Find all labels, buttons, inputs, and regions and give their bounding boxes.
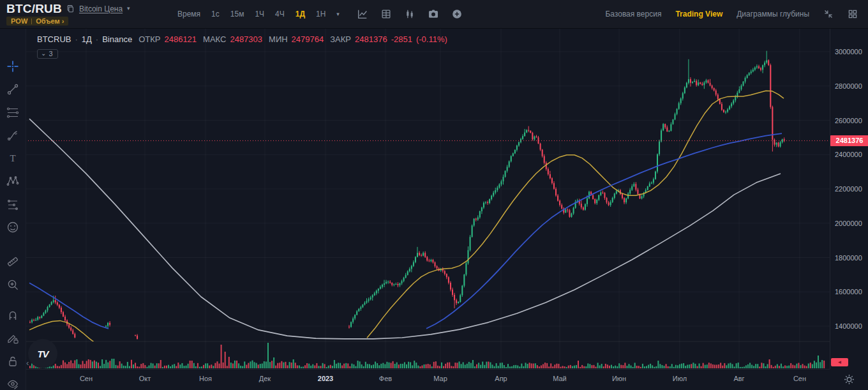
- legend-symbol: BTCRUB: [37, 34, 71, 44]
- legend-exchange: Binance: [102, 34, 132, 44]
- ma-grey: [29, 119, 781, 339]
- copy-icon[interactable]: [66, 4, 75, 13]
- interval-toolbar: Время 1с 15м 1Ч 4Ч 1Д 1Н ▾: [177, 8, 463, 20]
- axis-corner: [830, 369, 868, 390]
- position-lines-icon[interactable]: [6, 198, 19, 211]
- layout-grid-icon[interactable]: [848, 9, 858, 19]
- indicators-icon[interactable]: [357, 8, 368, 20]
- view-tradingview[interactable]: Trading View: [675, 10, 722, 19]
- legend-collapse-button[interactable]: ⌄ 3: [37, 49, 58, 59]
- legend-open-label: ОТКР: [138, 34, 160, 44]
- ma-blue: [29, 283, 108, 329]
- legend-high-label: МАКС: [203, 34, 226, 44]
- ma-yellow: [367, 91, 784, 338]
- lock-icon[interactable]: [6, 355, 19, 368]
- page-title: BTC/RUB: [6, 3, 62, 15]
- grid-view-icon[interactable]: [380, 8, 392, 20]
- coin-info-link[interactable]: Bitcoin Цена: [79, 5, 123, 13]
- time-tick-label: Сен: [80, 375, 93, 382]
- candles-layer: [29, 51, 785, 340]
- time-tick-label: Апр: [495, 375, 507, 382]
- legend-high-value: 2487303: [230, 34, 262, 44]
- time-tick-label: Июн: [612, 375, 626, 382]
- hide-drawings-icon[interactable]: [6, 378, 19, 390]
- trend-line-icon[interactable]: [6, 83, 19, 96]
- chart-legend: BTCRUB · 1Д · Binance ОТКР 2486121 МАКС …: [37, 34, 447, 44]
- symbol-block: BTC/RUB Bitcoin Цена ▾ POW Объем ›: [0, 0, 166, 28]
- candle-style-icon[interactable]: [404, 8, 415, 20]
- legend-low-label: МИН: [269, 34, 288, 44]
- view-basic-version[interactable]: Базовая версия: [605, 10, 661, 19]
- chart-settings-icon[interactable]: [843, 373, 855, 386]
- time-tick-label: Май: [553, 375, 567, 382]
- badge-divider: [31, 19, 32, 24]
- legend-low-value: 2479764: [292, 34, 324, 44]
- legend-interval: 1Д: [82, 34, 92, 44]
- interval-1s[interactable]: 1с: [211, 10, 220, 19]
- top-bar: BTC/RUB Bitcoin Цена ▾ POW Объем › Время…: [0, 0, 868, 29]
- time-tick-label: Ноя: [199, 375, 212, 382]
- interval-1w[interactable]: 1Н: [316, 10, 326, 19]
- legend-close-label: ЗАКР: [330, 34, 351, 44]
- time-tick-label: Окт: [139, 375, 151, 382]
- interval-1h[interactable]: 1Ч: [255, 10, 264, 19]
- legend-change-pct: (-0.11%): [416, 34, 447, 44]
- time-tick-label: Дек: [259, 375, 271, 382]
- time-tick-label: 2023: [318, 375, 333, 382]
- last-price-tag: 2481376: [830, 135, 868, 146]
- add-icon[interactable]: [451, 8, 463, 20]
- interval-1d[interactable]: 1Д: [296, 10, 305, 19]
- interval-dropdown-caret-icon[interactable]: ▾: [336, 11, 340, 17]
- text-icon[interactable]: T: [6, 152, 19, 165]
- time-tick-label: Авг: [733, 375, 744, 382]
- tradingview-logo[interactable]: TV: [28, 339, 57, 368]
- chevron-down-icon: ⌄: [41, 50, 46, 57]
- collapse-icon[interactable]: [823, 9, 834, 19]
- price-tick-label: 1600000: [835, 289, 862, 296]
- price-tick-label: 2000000: [835, 220, 862, 227]
- measure-icon[interactable]: [6, 255, 19, 268]
- interval-15m[interactable]: 15м: [230, 10, 244, 19]
- crosshair-icon[interactable]: [6, 60, 19, 73]
- badge-strip[interactable]: POW Объем ›: [6, 17, 68, 26]
- legend-open-value: 2486121: [164, 34, 197, 44]
- brush-icon[interactable]: [6, 129, 19, 142]
- price-axis[interactable]: ◄ 30000002800000260000024000002200000200…: [830, 28, 868, 369]
- legend-change-value: -2851: [391, 34, 412, 44]
- magnet-icon[interactable]: [6, 309, 19, 322]
- triangle-left-icon: ◄: [837, 360, 842, 365]
- caret-down-icon[interactable]: ▾: [127, 6, 130, 11]
- price-tick-label: 2200000: [835, 186, 862, 193]
- price-tick-label: 2600000: [835, 117, 862, 124]
- emoji-icon[interactable]: [6, 221, 19, 234]
- price-tick-label: 1800000: [835, 255, 862, 262]
- pow-badge[interactable]: POW: [11, 17, 27, 25]
- volume-info-badge[interactable]: Объем ›: [36, 17, 64, 25]
- volume-collapse-icon[interactable]: ‹: [26, 358, 29, 368]
- ma-blue: [426, 133, 782, 329]
- time-tick-label: Мар: [433, 375, 447, 382]
- time-tick-label: Июл: [673, 375, 687, 382]
- svg-text:T: T: [10, 153, 15, 163]
- time-tick-label: Сен: [793, 375, 806, 382]
- xabcd-pattern-icon[interactable]: [6, 175, 19, 188]
- price-tick-label: 2800000: [835, 83, 862, 90]
- camera-icon[interactable]: [428, 8, 439, 20]
- price-tick-label: 1400000: [835, 323, 862, 330]
- draw-lock-icon[interactable]: [6, 332, 19, 345]
- price-tick-label: 3000000: [835, 49, 862, 56]
- indicator-count: 3: [49, 50, 52, 57]
- volume-tag[interactable]: ◄: [831, 358, 848, 366]
- fib-retracement-icon[interactable]: [6, 106, 19, 119]
- drawing-toolbar: T: [0, 28, 26, 390]
- view-switcher: Базовая версия Trading View Диаграммы гл…: [605, 9, 868, 19]
- legend-close-value: 2481376: [355, 34, 387, 44]
- time-axis[interactable]: СенОктНояДек2023ФевМарАпрМайИюнИюлАвгСен: [26, 369, 830, 390]
- volume-layer: [29, 343, 825, 368]
- price-tick-label: 2400000: [835, 151, 862, 158]
- time-tab[interactable]: Время: [177, 10, 200, 19]
- interval-4h[interactable]: 4Ч: [275, 10, 285, 19]
- zoom-in-icon[interactable]: [6, 278, 19, 291]
- view-depth-charts[interactable]: Диаграммы глубины: [737, 10, 809, 19]
- chart-canvas[interactable]: [26, 28, 830, 369]
